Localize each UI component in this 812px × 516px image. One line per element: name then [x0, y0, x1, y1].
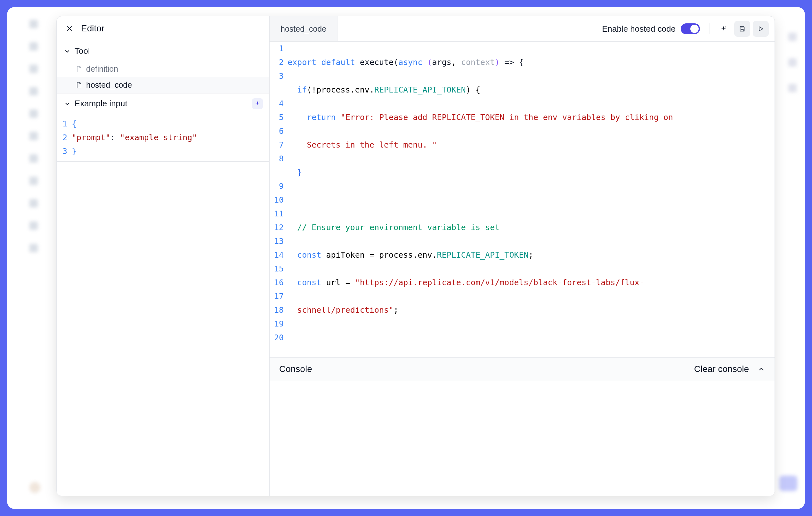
gutter: 1 2 3 4 5 6 7 8 9 10 11 12 1	[270, 41, 288, 357]
example-input-section: Example input 1 2 3 { "pr	[57, 93, 269, 162]
code-text: "example string"	[120, 133, 197, 142]
file-icon	[76, 82, 82, 89]
code-area: export default execute(async (args, cont…	[288, 41, 775, 357]
tool-section-header[interactable]: Tool	[57, 41, 269, 61]
tool-section: Tool definition hosted_code	[57, 41, 269, 93]
run-icon[interactable]	[753, 21, 769, 37]
tree-item-hosted-code[interactable]: hosted_code	[57, 77, 269, 93]
divider	[709, 23, 710, 34]
close-icon[interactable]	[66, 25, 73, 32]
tab-hosted-code[interactable]: hosted_code	[270, 16, 338, 41]
example-input-label: Example input	[75, 99, 127, 109]
line-number: 1	[62, 117, 67, 130]
left-panel: Editor Tool definition	[57, 16, 270, 496]
line-number: 2	[62, 130, 67, 144]
line-number: 3	[62, 144, 67, 158]
code-text: "prompt"	[72, 133, 110, 142]
chevron-down-icon	[64, 101, 70, 107]
editor-title: Editor	[81, 23, 105, 34]
tree-item-definition[interactable]: definition	[57, 61, 269, 77]
file-icon	[76, 66, 82, 73]
example-input-editor[interactable]: 1 2 3 { "prompt": "example string" }	[57, 114, 269, 161]
enable-hosted-code-toggle[interactable]	[681, 23, 700, 34]
editor-modal: Editor Tool definition	[56, 16, 775, 496]
right-panel: hosted_code Enable hosted code	[270, 16, 775, 496]
code-editor[interactable]: 1 2 3 4 5 6 7 8 9 10 11 12 1	[270, 41, 775, 357]
tree-item-label: definition	[86, 64, 118, 73]
tab-bar: hosted_code Enable hosted code	[270, 16, 775, 41]
sparkle-icon[interactable]	[716, 21, 732, 37]
console-bar: Console Clear console	[270, 357, 775, 381]
save-icon[interactable]	[734, 21, 750, 37]
sparkle-icon[interactable]	[252, 98, 263, 109]
console-body	[270, 381, 775, 496]
chevron-up-icon[interactable]	[758, 366, 765, 373]
code-text: :	[110, 133, 120, 142]
example-input-header[interactable]: Example input	[57, 93, 269, 114]
tool-section-label: Tool	[75, 46, 90, 56]
console-label: Console	[279, 364, 312, 374]
chevron-down-icon	[64, 48, 70, 54]
code-text: }	[72, 147, 77, 156]
enable-hosted-code-label: Enable hosted code	[602, 24, 676, 34]
clear-console-button[interactable]: Clear console	[694, 364, 749, 374]
editor-header: Editor	[57, 16, 269, 41]
tree-item-label: hosted_code	[86, 80, 132, 90]
code-text: {	[72, 119, 77, 128]
